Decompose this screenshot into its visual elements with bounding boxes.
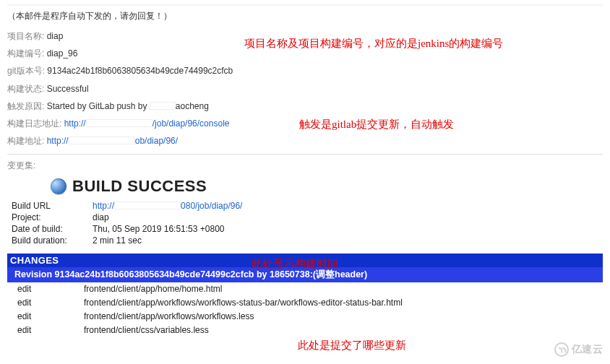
row-git-revision: git版本号: 9134ac24b1f8b6063805634b49cde744… bbox=[7, 64, 603, 78]
meta-duration-label: Build duration: bbox=[12, 235, 93, 246]
change-path: frontend/client/app/workflows/workflows-… bbox=[80, 296, 603, 310]
build-success-header: BUILD SUCCESS bbox=[51, 177, 603, 196]
revision-author: 18650738: bbox=[270, 269, 313, 280]
table-row: editfrontend/client/app/workflows/workfl… bbox=[7, 296, 603, 310]
row-build-status: 构建状态: Successful bbox=[7, 82, 603, 96]
link-meta-build-url[interactable]: http://080/job/diap/96/ bbox=[93, 201, 242, 211]
changes-section-header: CHANGES bbox=[7, 254, 603, 267]
label-build-log-url: 构建日志地址: bbox=[7, 118, 61, 129]
change-action: edit bbox=[7, 296, 80, 310]
meta-duration-value: 2 min 11 sec bbox=[93, 235, 246, 246]
table-row: editfrontend/client/app/home/home.html bbox=[7, 282, 603, 296]
table-row: Project: diap bbox=[12, 212, 246, 223]
label-trigger-cause: 触发原因: bbox=[7, 101, 44, 111]
annotation-changes: 此处是提交了哪些更新 bbox=[298, 338, 406, 354]
change-action: edit bbox=[7, 282, 80, 296]
watermark-text: 亿速云 bbox=[572, 343, 603, 356]
label-git-revision: git版本号: bbox=[7, 66, 45, 76]
row-build-log-url: 构建日志地址: http:///job/diap/96/console bbox=[7, 117, 603, 131]
label-build-url: 构建地址: bbox=[7, 136, 44, 146]
value-build-status: Successful bbox=[47, 84, 89, 94]
table-row: editfrontend/client/css/variables.less bbox=[7, 324, 603, 337]
redacted-host bbox=[86, 119, 152, 127]
table-row: editfrontend/client/app/workflows/workfl… bbox=[7, 310, 603, 324]
blue-ball-icon bbox=[51, 178, 66, 194]
meta-project-value: diap bbox=[93, 212, 246, 223]
redacted-host bbox=[69, 136, 135, 144]
change-path: frontend/client/app/workflows/workflows.… bbox=[80, 310, 603, 324]
label-build-number: 构建编号: bbox=[7, 48, 44, 58]
watermark-icon bbox=[554, 342, 569, 357]
auto-email-notice: （本邮件是程序自动下发的，请勿回复！） bbox=[7, 10, 603, 22]
table-row: Build URL http://080/job/diap/96/ bbox=[12, 200, 246, 212]
divider-line bbox=[7, 154, 603, 155]
change-path: frontend/client/app/home/home.html bbox=[80, 282, 603, 296]
watermark: 亿速云 bbox=[554, 342, 603, 357]
change-path: frontend/client/css/variables.less bbox=[80, 324, 603, 337]
changes-table: editfrontend/client/app/home/home.htmled… bbox=[7, 282, 603, 337]
row-build-url: 构建地址: http://ob/diap/96/ bbox=[7, 134, 603, 148]
label-build-status: 构建状态: bbox=[7, 84, 44, 94]
link-build-addr[interactable]: http://ob/diap/96/ bbox=[47, 136, 178, 146]
value-build-number: diap_96 bbox=[47, 48, 78, 58]
row-build-number: 构建编号: diap_96 bbox=[7, 47, 603, 61]
revision-hash: 9134ac24b1f8b6063805634b49cde74499c2cfcb bbox=[55, 269, 254, 280]
value-trigger-cause-post: aocheng bbox=[176, 101, 209, 111]
label-project-name: 项目名称: bbox=[7, 31, 44, 41]
change-action: edit bbox=[7, 310, 80, 324]
table-row: Date of build: Thu, 05 Sep 2019 16:51:53… bbox=[12, 223, 246, 235]
value-git-revision: 9134ac24b1f8b6063805634b49cde74499c2cfcb bbox=[47, 66, 233, 76]
label-changeset: 变更集: bbox=[7, 160, 35, 170]
value-project-name: diap bbox=[47, 31, 64, 41]
build-success-title: BUILD SUCCESS bbox=[72, 177, 207, 196]
meta-build-url-label: Build URL bbox=[12, 200, 93, 212]
row-project-name: 项目名称: diap bbox=[7, 30, 603, 43]
redacted-host bbox=[114, 202, 181, 209]
table-row: Build duration: 2 min 11 sec bbox=[12, 235, 246, 246]
link-build-log[interactable]: http:///job/diap/96/console bbox=[64, 118, 230, 129]
revision-row: Revision 9134ac24b1f8b6063805634b49cde74… bbox=[7, 267, 603, 282]
meta-date-value: Thu, 05 Sep 2019 16:51:53 +0800 bbox=[93, 223, 246, 235]
revision-msg: (调整header) bbox=[313, 269, 367, 280]
build-meta-table: Build URL http://080/job/diap/96/ Projec… bbox=[12, 200, 246, 246]
redacted-username bbox=[150, 102, 176, 110]
meta-date-label: Date of build: bbox=[12, 223, 93, 235]
change-action: edit bbox=[7, 324, 80, 337]
row-trigger-cause: 触发原因: Started by GitLab push by aocheng bbox=[7, 100, 603, 113]
meta-project-label: Project: bbox=[12, 212, 93, 223]
value-trigger-cause-pre: Started by GitLab push by bbox=[47, 101, 147, 111]
